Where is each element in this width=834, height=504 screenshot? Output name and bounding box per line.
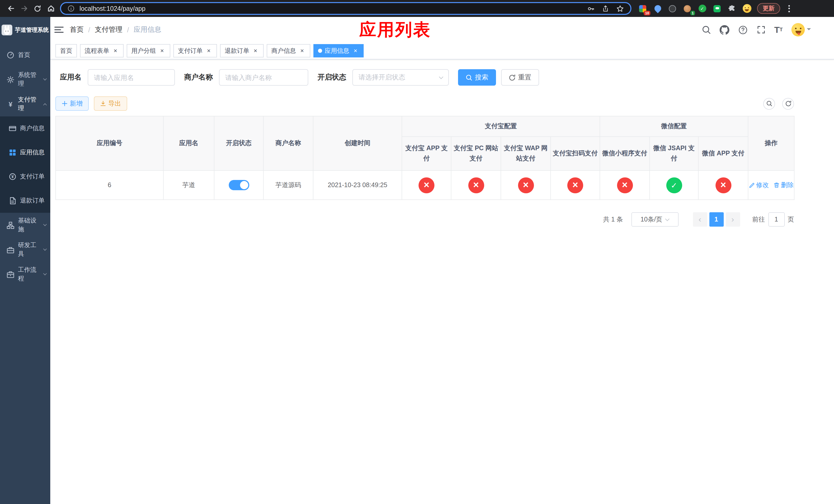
delete-link[interactable]: 删除	[773, 181, 794, 189]
tab-app-info[interactable]: 应用信息	[313, 44, 364, 58]
yen-icon: ¥	[7, 100, 14, 108]
export-button[interactable]: 导出	[94, 96, 127, 111]
sidebar-header: 芋道管理系统	[0, 17, 50, 43]
sidebar-item-payment[interactable]: ¥ 支付管理	[0, 92, 50, 116]
col-header-wx-lite: 微信小程序支付	[600, 137, 650, 170]
sidebar-item-label: 应用信息	[20, 148, 45, 157]
merchant-name-input[interactable]	[219, 69, 308, 86]
sidebar-item-label: 商户信息	[20, 124, 45, 133]
browser-back-icon[interactable]	[4, 2, 18, 15]
chat-extension-icon[interactable]	[712, 3, 722, 14]
tab-user-group[interactable]: 用户分组	[127, 44, 170, 58]
bookmark-star-icon[interactable]	[616, 4, 624, 13]
url-text: localhost:1024/pay/app	[80, 5, 582, 12]
sidebar-item-workflow[interactable]: 工作流程	[0, 262, 50, 287]
profile-extension-icon[interactable]: 1	[682, 3, 693, 14]
page-title: 应用列表	[359, 18, 431, 41]
sidebar-item-dev-tools[interactable]: 研发工具	[0, 237, 50, 262]
drop-extension-icon[interactable]	[653, 3, 663, 14]
sidebar-item-app-info[interactable]: 应用信息	[0, 140, 50, 165]
document-icon	[9, 197, 16, 205]
browser-update-button[interactable]: 更新	[757, 3, 780, 14]
col-header-created: 创建时间	[313, 116, 402, 170]
password-key-icon[interactable]	[587, 4, 595, 13]
tab-process-form[interactable]: 流程表单	[80, 44, 124, 58]
close-icon[interactable]	[252, 47, 259, 54]
breadcrumb-home[interactable]: 首页	[70, 25, 84, 35]
wx-app-status-icon	[715, 177, 731, 193]
merchant-name-label: 商户名称	[184, 73, 213, 82]
status-select[interactable]: 请选择开启状态	[352, 69, 449, 86]
close-icon[interactable]	[205, 47, 212, 54]
close-icon[interactable]	[112, 47, 119, 54]
next-page-button[interactable]	[725, 212, 740, 227]
prev-page-button[interactable]	[693, 212, 707, 227]
font-size-icon[interactable]: TT	[774, 25, 783, 34]
sidebar-item-home[interactable]: 首页	[0, 43, 50, 67]
app-frame: 芋道管理系统 首页 系统管理	[0, 17, 834, 504]
apps-extension-icon[interactable]: 10	[638, 3, 648, 14]
close-icon[interactable]	[299, 47, 306, 54]
table-row: 6 芋道 芋道源码 2021-10-23 08:49:25	[56, 170, 794, 200]
search-icon[interactable]	[701, 25, 711, 35]
help-icon[interactable]	[738, 25, 748, 35]
sidebar-item-refund-orders[interactable]: 退款订单	[0, 189, 50, 213]
github-icon[interactable]	[719, 25, 729, 35]
col-header-status: 开启状态	[214, 116, 263, 170]
status-toggle[interactable]	[228, 180, 249, 190]
green-check-extension-icon[interactable]	[697, 3, 707, 14]
tab-label: 首页	[60, 46, 72, 55]
refresh-icon[interactable]	[782, 98, 794, 110]
fullscreen-icon[interactable]	[756, 25, 766, 35]
browser-forward-icon[interactable]	[18, 2, 31, 15]
gear-icon	[7, 76, 14, 83]
tab-home[interactable]: 首页	[56, 44, 77, 58]
cell-app-name: 芋道	[163, 170, 214, 200]
dashboard-icon	[7, 51, 14, 59]
goto-page: 前往 页	[752, 212, 794, 227]
current-page-button[interactable]: 1	[709, 212, 723, 227]
sidebar-item-merchant-info[interactable]: 商户信息	[0, 116, 50, 140]
edit-link[interactable]: 修改	[749, 181, 769, 189]
browser-home-icon[interactable]	[44, 2, 58, 15]
alipay-app-status-icon	[419, 177, 435, 193]
reset-button[interactable]: 重置	[501, 69, 539, 86]
sidebar-item-system[interactable]: 系统管理	[0, 67, 50, 92]
export-button-label: 导出	[108, 99, 121, 108]
collapse-sidebar-icon[interactable]	[54, 25, 64, 35]
dark-extension-icon[interactable]	[667, 3, 678, 14]
status-select-placeholder: 请选择开启状态	[358, 73, 405, 82]
add-button[interactable]: 新增	[56, 96, 89, 111]
pay-order-icon: ¥	[9, 173, 16, 181]
breadcrumb-separator: /	[88, 26, 90, 33]
close-icon[interactable]	[352, 47, 359, 54]
browser-avatar[interactable]	[742, 3, 752, 14]
tab-refund-orders[interactable]: 退款订单	[220, 44, 264, 58]
extensions-puzzle-icon[interactable]	[727, 3, 737, 14]
share-icon[interactable]	[602, 5, 609, 12]
goto-page-input[interactable]	[768, 212, 785, 227]
tree-structure-icon	[7, 221, 14, 229]
browser-reload-icon[interactable]	[31, 2, 44, 15]
breadcrumb-section[interactable]: 支付管理	[95, 25, 123, 35]
app-name-input[interactable]	[88, 69, 175, 86]
sidebar-item-infrastructure[interactable]: 基础设施	[0, 213, 50, 237]
page-size-select[interactable]: 10条/页	[631, 212, 678, 227]
tab-merchant-info[interactable]: 商户信息	[267, 44, 310, 58]
user-avatar[interactable]	[791, 23, 811, 37]
address-bar[interactable]: localhost:1024/pay/app	[60, 2, 631, 15]
app-logo	[2, 24, 12, 35]
tab-pay-orders[interactable]: 支付订单	[173, 44, 217, 58]
browser-menu-icon[interactable]	[784, 2, 794, 15]
site-info-icon[interactable]	[67, 5, 75, 12]
avatar-emoji	[791, 23, 805, 37]
sidebar-item-pay-orders[interactable]: ¥ 支付订单	[0, 165, 50, 189]
toggle-search-icon[interactable]	[763, 98, 775, 110]
navbar-actions: TT	[701, 23, 811, 37]
close-icon[interactable]	[158, 47, 166, 54]
add-button-label: 新增	[70, 99, 83, 108]
search-button[interactable]: 搜索	[458, 69, 496, 86]
tab-label: 应用信息	[325, 46, 349, 55]
sidebar-item-label: 支付订单	[20, 172, 45, 181]
col-header-alipay-pc: 支付宝 PC 网站支付	[451, 137, 501, 170]
